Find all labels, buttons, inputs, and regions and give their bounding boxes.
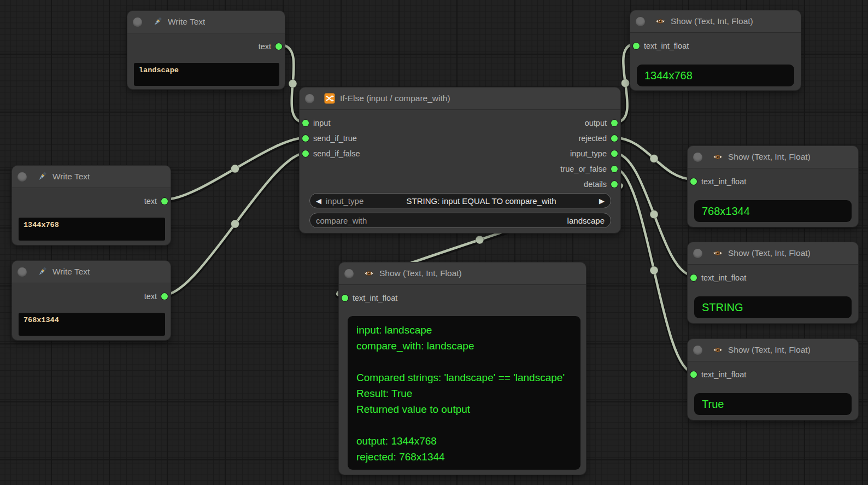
output-slot-text[interactable] — [161, 198, 168, 204]
node-show-details[interactable]: Show (Text, Int, Float) text_int_float i… — [339, 262, 586, 475]
input-slot-label: input — [313, 119, 330, 127]
node-title: Show (Text, Int, Float) — [728, 345, 811, 355]
output-slot-text[interactable] — [161, 293, 168, 300]
output-slot-label: text — [144, 292, 157, 301]
pen-icon — [37, 266, 48, 277]
node-title: Write Text — [52, 172, 90, 182]
shuffle-icon — [324, 93, 335, 104]
collapse-dot[interactable] — [305, 94, 314, 103]
collapse-dot[interactable] — [693, 153, 702, 162]
input-slot-label: send_if_false — [313, 149, 360, 158]
wire-midpoint-dot[interactable] — [650, 211, 658, 219]
node-show-right-1[interactable]: Show (Text, Int, Float) text_int_float 7… — [688, 146, 858, 227]
text-widget-value: landscape — [567, 216, 605, 225]
output-row: text — [127, 39, 285, 54]
output-slot-text[interactable] — [275, 43, 282, 50]
node-write-text-1[interactable]: Write Text text landscape — [127, 11, 285, 89]
input-slot-label: text_int_float — [701, 177, 746, 186]
output-slot-true-or-false[interactable] — [611, 166, 618, 172]
output-slot-input-type[interactable] — [611, 150, 618, 157]
node-show-right-3[interactable]: Show (Text, Int, Float) text_int_float T… — [688, 339, 858, 420]
input-row: text_int_float — [688, 270, 858, 285]
node-title-bar[interactable]: Show (Text, Int, Float) — [688, 242, 858, 265]
wire-midpoint-dot[interactable] — [289, 80, 297, 88]
node-title: Write Text — [168, 17, 205, 27]
input-slot-text-int-float[interactable] — [690, 371, 697, 378]
node-title: Show (Text, Int, Float) — [728, 152, 811, 162]
collapse-dot[interactable] — [17, 172, 27, 182]
show-value-display: True — [694, 393, 852, 415]
wire-midpoint-dot[interactable] — [231, 165, 239, 173]
input-slot-send-if-false[interactable] — [302, 150, 309, 157]
input-slot-send-if-true[interactable] — [302, 135, 309, 142]
input-row: text_int_float — [339, 290, 586, 306]
eye-icon — [655, 16, 666, 27]
node-title-bar[interactable]: Show (Text, Int, Float) — [630, 10, 801, 33]
combo-right-arrow-icon[interactable]: ▶ — [599, 197, 605, 204]
input-slot-label: text_int_float — [701, 273, 746, 282]
output-row: text — [12, 289, 171, 304]
input-row: text_int_float — [688, 367, 858, 382]
show-value-display: STRING — [694, 296, 852, 318]
show-value-display: 1344x768 — [637, 65, 794, 86]
combo-left-arrow-icon[interactable]: ◀ — [316, 197, 321, 204]
output-slot-output[interactable] — [611, 120, 618, 126]
node-title: Show (Text, Int, Float) — [379, 268, 462, 278]
input-slot-text-int-float[interactable] — [690, 274, 697, 281]
node-title: Write Text — [52, 267, 90, 277]
eye-icon — [712, 248, 723, 259]
combo-value: STRING: input EQUAL TO compare_with — [368, 196, 595, 206]
collapse-dot[interactable] — [693, 346, 702, 355]
output-slot-details[interactable] — [611, 181, 618, 188]
collapse-dot[interactable] — [17, 267, 27, 277]
output-row: text — [12, 194, 171, 209]
node-write-text-3[interactable]: Write Text text 768x1344 — [12, 261, 171, 340]
input-slot-label: send_if_true — [313, 134, 357, 143]
node-if-else[interactable]: If-Else (input / compare_with) input sen… — [300, 87, 620, 233]
node-title-bar[interactable]: If-Else (input / compare_with) — [300, 87, 620, 110]
eye-icon — [712, 344, 723, 355]
input-slot-label: text_int_float — [353, 294, 397, 302]
collapse-dot[interactable] — [636, 17, 645, 26]
output-slot-label: rejected — [578, 134, 607, 143]
input-row: text_int_float — [630, 38, 801, 54]
collapse-dot[interactable] — [693, 249, 702, 258]
text-value-input[interactable]: 768x1344 — [19, 313, 165, 336]
node-title-bar[interactable]: Show (Text, Int, Float) — [339, 262, 586, 285]
wire-midpoint-dot[interactable] — [231, 220, 239, 228]
wire-midpoint-dot[interactable] — [621, 79, 630, 87]
node-title: If-Else (input / compare_with) — [340, 94, 450, 103]
output-slot-label: output — [585, 119, 607, 127]
collapse-dot[interactable] — [133, 17, 142, 27]
wire-midpoint-dot[interactable] — [650, 155, 658, 163]
node-title: Show (Text, Int, Float) — [728, 248, 811, 258]
eye-icon — [363, 268, 374, 279]
node-write-text-2[interactable]: Write Text text 1344x768 — [12, 166, 171, 245]
node-show-top-right[interactable]: Show (Text, Int, Float) text_int_float 1… — [630, 10, 801, 90]
output-slot-rejected[interactable] — [611, 135, 618, 142]
node-title-bar[interactable]: Write Text — [127, 11, 285, 33]
node-show-right-2[interactable]: Show (Text, Int, Float) text_int_float S… — [688, 242, 858, 323]
wire-midpoint-dot[interactable] — [650, 266, 658, 274]
pen-icon — [37, 171, 48, 182]
output-slot-label: text — [259, 42, 271, 51]
pen-icon — [152, 16, 163, 27]
show-value-display: 768x1344 — [694, 200, 852, 222]
input-slot-input[interactable] — [302, 120, 309, 126]
node-title-bar[interactable]: Write Text — [12, 261, 171, 283]
text-value-input[interactable]: 1344x768 — [19, 218, 165, 241]
node-title-bar[interactable]: Show (Text, Int, Float) — [688, 339, 858, 361]
node-title-bar[interactable]: Write Text — [12, 166, 171, 188]
input-slot-text-int-float[interactable] — [342, 295, 348, 301]
input-slot-text-int-float[interactable] — [633, 43, 640, 49]
input-slot-label: text_int_float — [644, 42, 689, 50]
node-title-bar[interactable]: Show (Text, Int, Float) — [688, 146, 858, 168]
compare-with-text-widget[interactable]: compare_with landscape — [309, 213, 611, 228]
show-details-display: input: landscape compare_with: landscape… — [348, 316, 580, 470]
input-slot-text-int-float[interactable] — [690, 178, 697, 185]
node-graph-canvas[interactable]: Write Text text landscape Write Text tex… — [0, 0, 868, 485]
collapse-dot[interactable] — [344, 269, 354, 278]
wire-midpoint-dot[interactable] — [476, 236, 484, 244]
input-type-combo-widget[interactable]: ◀ input_type STRING: input EQUAL TO comp… — [309, 193, 611, 208]
text-value-input[interactable]: landscape — [134, 63, 279, 86]
